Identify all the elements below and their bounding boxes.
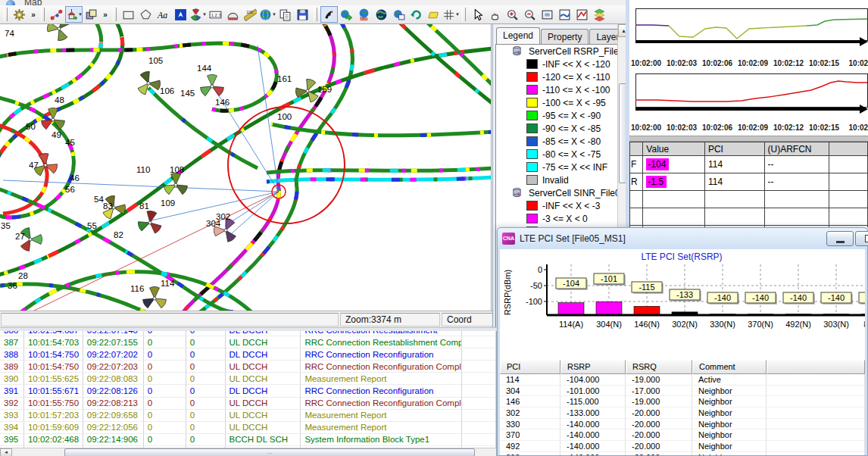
toolbar-grip[interactable] bbox=[113, 8, 117, 21]
table-row-empty[interactable] bbox=[630, 191, 868, 208]
cell-site-icon[interactable] bbox=[142, 287, 167, 309]
zoom-in-button[interactable] bbox=[504, 6, 521, 23]
link-nodes-button[interactable] bbox=[48, 6, 65, 23]
site-label-110: 110 bbox=[136, 165, 150, 174]
polygon-select-button[interactable] bbox=[137, 6, 155, 23]
angle-measure-button[interactable] bbox=[224, 6, 242, 23]
legend-entry[interactable]: -3 <= X < 0 bbox=[496, 212, 626, 225]
grid-toggle-button[interactable]: ▼ bbox=[442, 6, 460, 23]
pci-table-header[interactable] bbox=[767, 360, 865, 374]
google-earth-button[interactable] bbox=[373, 6, 390, 23]
pci-table[interactable]: PCIRSRPRSRQComment114-104.000-19.000Acti… bbox=[500, 360, 865, 455]
toolbar-grip[interactable] bbox=[314, 8, 317, 21]
legend-entry[interactable]: -90 <= X < -85 bbox=[496, 122, 626, 135]
event-row-395[interactable]: 39510:02:02:46809:22:14:90600BCCH DL SCH… bbox=[0, 434, 496, 446]
measurement-value-table[interactable]: ValuePCI(U)ARFCNF-104114--R-1.5114-- bbox=[629, 142, 868, 227]
bird-eye-button[interactable] bbox=[320, 6, 338, 23]
site-label-159: 159 bbox=[317, 85, 332, 94]
pci-table-row[interactable]: 114-104.000-19.000Active bbox=[500, 374, 865, 386]
minimize-button[interactable] bbox=[826, 231, 854, 246]
event-row-392[interactable]: 39210:01:55:75009:22:08:21300UL DCCHRRC … bbox=[0, 398, 496, 410]
eraser-button[interactable] bbox=[425, 6, 442, 23]
pci-table-header[interactable]: RSRP bbox=[560, 360, 626, 374]
legend-entry[interactable]: -110 <= X < -100 bbox=[496, 83, 626, 96]
event-row-391[interactable]: 39110:01:55:67109:22:08:12600DL DCCHRRC … bbox=[0, 385, 496, 397]
pci-table-row[interactable]: 146-115.000-19.000Neighbor bbox=[500, 396, 865, 408]
pci-table-row[interactable]: 492-140.000-20.000Neighbor bbox=[500, 441, 865, 452]
event-row-386[interactable]: 38610:01:54:68709:22:07:14000DL DCCHRRC … bbox=[0, 331, 496, 336]
legend-entry[interactable]: -80 <= X < -75 bbox=[496, 148, 626, 161]
legend-group[interactable]: 3ServerCell RSRP_File0 bbox=[496, 45, 626, 58]
event-row-393[interactable]: 39310:01:57:20309:22:09:65800UL DCCHMeas… bbox=[0, 410, 496, 422]
layers-copy-button[interactable] bbox=[83, 6, 100, 23]
refresh-button[interactable] bbox=[407, 6, 425, 23]
legend-entry[interactable]: -85 <= X < -80 bbox=[496, 135, 626, 148]
settings-button[interactable] bbox=[11, 6, 28, 23]
tab-property[interactable]: Property bbox=[541, 29, 589, 44]
cell-site-icon[interactable] bbox=[199, 75, 224, 97]
globe-view-button[interactable]: ▼ bbox=[259, 6, 276, 23]
legend-group[interactable]: 3ServerCell SINR_File0 bbox=[496, 186, 626, 199]
rectangle-select-button[interactable] bbox=[120, 6, 137, 23]
tab-legend[interactable]: Legend bbox=[496, 27, 540, 44]
legend-entry[interactable]: -INF << X < -120 bbox=[496, 58, 626, 70]
pan-tool-button[interactable] bbox=[486, 6, 504, 23]
measure-values-button[interactable]: 1.2.3 bbox=[207, 6, 224, 23]
route-view-button[interactable] bbox=[573, 6, 591, 23]
legend-entry[interactable]: -120 <= X < -110 bbox=[496, 70, 626, 83]
table-row[interactable]: R-1.5114-- bbox=[630, 173, 868, 191]
pci-table-row[interactable]: 370-140.000-20.000Neighbor bbox=[500, 429, 865, 441]
navigate-button[interactable] bbox=[172, 6, 189, 23]
table-row-empty[interactable] bbox=[630, 208, 868, 226]
pointer-tool-button[interactable] bbox=[469, 6, 486, 23]
pci-table-header[interactable]: PCI bbox=[500, 360, 560, 374]
toolbar-grip[interactable] bbox=[41, 8, 45, 21]
distance-ruler-button[interactable]: 100 bbox=[242, 6, 259, 23]
pci-window-titlebar[interactable]: CNA LTE PCI Set [File05_MS1] bbox=[498, 228, 867, 248]
scroll-left-icon[interactable]: ◄ bbox=[0, 448, 12, 456]
status-coord: Coord bbox=[442, 313, 496, 326]
event-row-394[interactable]: 39410:01:59:60909:22:12:05600UL DCCHMeas… bbox=[0, 422, 496, 434]
restore-button[interactable] bbox=[855, 231, 868, 246]
event-row-390[interactable]: 39010:01:55:62509:22:08:08300UL DCCHMeas… bbox=[0, 373, 496, 385]
overflow-more-2[interactable]: » bbox=[100, 6, 111, 23]
map-tab-button[interactable]: tab bbox=[355, 6, 373, 23]
fit-extent-button[interactable] bbox=[539, 6, 556, 23]
pci-table-row[interactable]: 302-133.000-20.000Neighbor bbox=[500, 408, 865, 419]
layer-manager-button[interactable] bbox=[591, 6, 608, 23]
legend-entry[interactable]: -100 <= X < -95 bbox=[496, 96, 626, 109]
mini-map-button[interactable] bbox=[390, 6, 407, 23]
cell-site-icon[interactable] bbox=[40, 108, 65, 130]
toolbar-grip[interactable] bbox=[4, 8, 8, 21]
legend-entry[interactable]: -75 <= X << INF bbox=[496, 161, 626, 173]
cell-site-icon[interactable] bbox=[47, 24, 70, 42]
legend-entry[interactable]: -INF << X < -3 bbox=[496, 199, 626, 212]
overflow-more-1[interactable]: » bbox=[28, 6, 39, 23]
pci-table-header[interactable]: Comment bbox=[692, 360, 767, 374]
pci-table-row[interactable]: 303-140.000-20.000Neighbor bbox=[500, 452, 865, 455]
table-row[interactable]: F-104114-- bbox=[630, 156, 868, 173]
map-canvas[interactable]: 7410510614414514616115910048504945474656… bbox=[0, 24, 492, 311]
save-button[interactable] bbox=[294, 6, 311, 23]
event-hscrollbar[interactable]: ◄ … bbox=[0, 448, 497, 456]
legend-entry[interactable]: -95 <= X < -90 bbox=[496, 109, 626, 122]
legend-entry[interactable]: Invalid bbox=[496, 173, 626, 186]
cell-site-icon[interactable] bbox=[137, 211, 162, 234]
pci-table-row[interactable]: 304-101.000-17.000Neighbor bbox=[500, 386, 865, 397]
map-view-button[interactable] bbox=[556, 6, 573, 23]
pci-table-row[interactable]: 330-140.000-20.000Neighbor bbox=[500, 419, 865, 430]
event-row-388[interactable]: 38810:01:54:75009:22:07:20200DL DCCHRRC … bbox=[0, 348, 496, 361]
cell-site-icon[interactable] bbox=[137, 70, 161, 95]
sector-tool-button[interactable]: ▼ bbox=[189, 6, 207, 23]
hscrollbar-thumb[interactable]: … bbox=[64, 448, 475, 456]
export-map-button[interactable] bbox=[338, 6, 355, 23]
pci-table-header[interactable]: RSRQ bbox=[626, 360, 692, 374]
toolbar-grip[interactable] bbox=[462, 8, 466, 21]
copy-button[interactable] bbox=[276, 6, 294, 23]
event-row-387[interactable]: 38710:01:54:70309:22:07:15500UL DCCHRRC … bbox=[0, 336, 496, 348]
site-label-35: 35 bbox=[1, 221, 11, 230]
site-display-button[interactable]: ▼ bbox=[65, 6, 83, 23]
zoom-out-button[interactable] bbox=[521, 6, 539, 23]
event-row-389[interactable]: 38910:01:54:75009:22:07:20300UL DCCHRRC … bbox=[0, 361, 496, 373]
label-tool-button[interactable]: Aa bbox=[155, 6, 172, 23]
